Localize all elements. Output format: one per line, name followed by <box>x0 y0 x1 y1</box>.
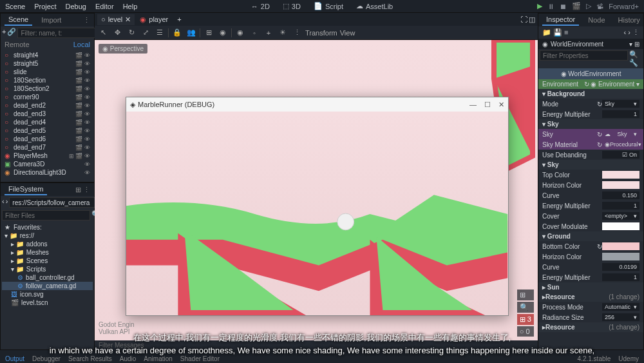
curve-input[interactable]: 0.150 <box>602 191 639 199</box>
add-node-icon[interactable]: + <box>2 28 6 38</box>
stop-button[interactable]: ⏹ <box>560 3 567 10</box>
move-tool-icon[interactable]: ✥ <box>111 27 123 39</box>
overlay-icon[interactable]: ⊞ <box>517 289 534 300</box>
mode-dropdown[interactable]: Sky▾ <box>602 100 639 108</box>
split-icon[interactable]: ⊞ ⋮ <box>75 186 90 194</box>
tree-node[interactable]: ◉DirectionalLight3D👁 <box>2 168 93 177</box>
em3-input[interactable]: 1 <box>602 273 639 281</box>
revert-icon[interactable]: ↻ <box>597 101 602 108</box>
energy-input[interactable]: 1 <box>602 110 639 118</box>
tool-icon[interactable]: ◉ <box>234 27 246 39</box>
inspector-tab[interactable]: Inspector <box>542 14 579 26</box>
tree-node[interactable]: ○180Section2🎬 👁 <box>2 84 93 93</box>
menu-help[interactable]: Help <box>123 3 138 10</box>
menu-icon[interactable]: ⋮ <box>291 27 303 39</box>
cover-dropdown[interactable]: <empty>▾ <box>602 212 639 220</box>
history-tab[interactable]: History <box>614 15 644 25</box>
debanding-toggle[interactable]: ☑ On <box>602 151 639 159</box>
play-button[interactable]: ▶ <box>537 2 542 10</box>
close-button[interactable]: ✕ <box>498 101 504 109</box>
curve2-input[interactable]: 0.0199 <box>602 263 639 271</box>
fwd-icon[interactable]: › <box>6 197 8 208</box>
shader-tab[interactable]: Shader Editor <box>180 355 220 362</box>
mode-2d-button[interactable]: ↔ 2D <box>246 1 275 12</box>
color-swatch[interactable] <box>602 222 639 230</box>
scene-filter-input[interactable] <box>17 28 106 38</box>
inspector-filter[interactable] <box>540 50 628 61</box>
folder[interactable]: ▸ 📁 Meshes <box>2 248 93 257</box>
snap-tool-icon[interactable]: ⊞ <box>203 27 214 39</box>
tree-node[interactable]: ○dead_end6🎬 👁 <box>2 135 93 143</box>
game-viewport[interactable] <box>126 112 508 315</box>
folder-root[interactable]: ▾ 📁 res:// <box>2 231 93 240</box>
add-scene-button[interactable]: + <box>173 14 185 25</box>
play-scene-button[interactable]: 🎬 <box>572 2 581 10</box>
file[interactable]: ⚙ ball_controller.gd <box>2 273 93 282</box>
menu-debug[interactable]: Debug <box>65 3 86 10</box>
import-tab[interactable]: Import <box>37 15 65 25</box>
local-space-icon[interactable]: ◉ <box>217 27 229 39</box>
debugger-tab[interactable]: Debugger <box>32 355 61 362</box>
tree-node[interactable]: ◉PlayerMesh⊞ 🎬 👁 <box>2 152 93 160</box>
group-sky-sub[interactable]: ▾ Sky <box>538 160 643 170</box>
movie-button[interactable]: 📽 <box>596 3 603 10</box>
process-dropdown[interactable]: Automatic▾ <box>602 303 639 311</box>
expand-icon[interactable]: ⛶ <box>520 15 527 23</box>
tree-node[interactable]: ▣Camera3D👁 <box>2 160 93 168</box>
radiance-dropdown[interactable]: 256▾ <box>602 313 639 321</box>
scale-tool-icon[interactable]: ⤢ <box>140 27 151 39</box>
tree-node[interactable]: ○dead_end7🎬 👁 <box>2 143 93 152</box>
select-tool-icon[interactable]: ↖ <box>97 27 109 39</box>
revert-icon[interactable]: ↻ <box>597 131 602 138</box>
animation-tab[interactable]: Animation <box>144 355 172 362</box>
mode-script-button[interactable]: 📄 Script <box>308 1 348 12</box>
error-badge[interactable]: ⊞ 3 <box>517 314 534 325</box>
em-input[interactable]: 1 <box>602 202 639 210</box>
group-resource2[interactable]: ▸ Resource(1 change) <box>538 322 643 332</box>
color-swatch[interactable] <box>602 253 639 260</box>
renderer-dropdown[interactable]: Forward+ <box>609 3 639 10</box>
color-swatch[interactable] <box>602 242 639 250</box>
color-swatch[interactable] <box>602 181 639 189</box>
audio-tab[interactable]: Audio <box>120 355 137 362</box>
folder[interactable]: ▸ 📁 addons <box>2 240 93 248</box>
scene-tab[interactable]: Scene <box>5 14 32 26</box>
menu-editor[interactable]: Editor <box>95 3 114 10</box>
group-tool-icon[interactable]: 👥 <box>185 27 197 39</box>
nav-icons[interactable]: ‹ › ⋮ <box>624 28 639 37</box>
sun-tool-icon[interactable]: ☀ <box>277 27 289 39</box>
list-tool-icon[interactable]: ☰ <box>154 27 166 39</box>
file[interactable]: 🖼 icon.svg <box>2 290 93 299</box>
pause-button[interactable]: ⏸ <box>547 3 554 10</box>
tree-node[interactable]: ○slide🎬 👁 <box>2 68 93 76</box>
tree-node[interactable]: ○straight5🎬 👁 <box>2 59 93 68</box>
lock-tool-icon[interactable]: 🔒 <box>171 27 183 39</box>
menu-scene[interactable]: Scene <box>5 3 25 10</box>
menu-project[interactable]: Project <box>34 3 56 10</box>
file[interactable]: ⚙ follow_camera.gd <box>2 282 93 290</box>
node-tab[interactable]: Node <box>584 15 609 25</box>
file[interactable]: 🎬 level.tscn <box>2 299 93 307</box>
revert-icon[interactable]: ↻ <box>597 141 602 148</box>
tool-icon[interactable]: + <box>263 27 274 39</box>
folder[interactable]: ▸ 📁 Scenes <box>2 257 93 265</box>
search-tab[interactable]: Search Results <box>68 355 112 362</box>
dropdown-icon[interactable]: ▾ ⊞ <box>629 41 639 48</box>
distraction-free-icon[interactable]: ◫ <box>529 15 535 24</box>
tree-node[interactable]: ○dead_end5🎬 👁 <box>2 126 93 135</box>
scene-tab-level[interactable]: ○ level ✕ <box>97 14 135 25</box>
color-swatch[interactable] <box>602 171 639 179</box>
sky-dropdown[interactable]: ☁ Sky ▾ <box>602 130 639 138</box>
tree-node[interactable]: ○dead_end4🎬 👁 <box>2 118 93 126</box>
transform-menu[interactable]: Transform <box>305 29 337 37</box>
file-filter-input[interactable] <box>2 210 90 221</box>
mode-assetlib-button[interactable]: ☁ AssetLib <box>351 1 398 12</box>
group-sky[interactable]: ▾ Sky <box>538 119 643 129</box>
group-resource[interactable]: ▸ Resource(1 change) <box>538 292 643 302</box>
tree-node[interactable]: ○180Section🎬 👁 <box>2 76 93 84</box>
overlay-icon[interactable]: 🔍 <box>517 302 534 313</box>
tree-node[interactable]: ○corner90🎬 👁 <box>2 93 93 101</box>
revert-icon[interactable]: ↻ <box>597 243 602 250</box>
tool-icon[interactable]: ◦ <box>249 27 260 39</box>
skymat-dropdown[interactable]: ◉ Procedural ▾ <box>602 141 639 148</box>
